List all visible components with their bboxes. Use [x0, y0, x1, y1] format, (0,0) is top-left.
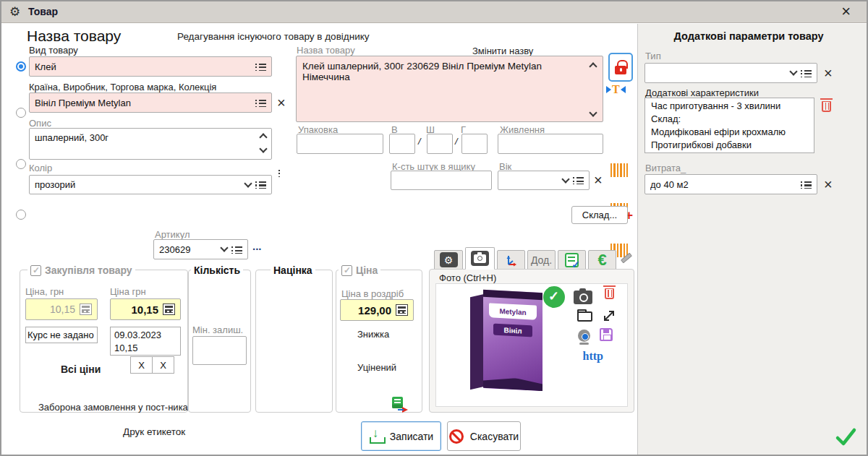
- characteristics-delete-icon[interactable]: [822, 101, 831, 112]
- chevron-down-icon[interactable]: [220, 244, 228, 251]
- discount-label: Знижка: [357, 329, 389, 340]
- brand-field[interactable]: Вініл Преміум Metylan: [29, 93, 272, 113]
- quantity-group-caption: Кількість: [191, 264, 243, 276]
- consumption-field[interactable]: до 40 м2: [644, 174, 817, 194]
- window-title: Товар: [28, 6, 58, 17]
- title-bar: ⚙ Товар ×: [1, 1, 867, 23]
- sku-more-button[interactable]: ...: [252, 240, 262, 252]
- photo-save-icon[interactable]: [600, 328, 613, 341]
- tab-euro[interactable]: €: [588, 250, 616, 270]
- chevron-down-icon[interactable]: [244, 179, 252, 187]
- type-label: Тип: [645, 51, 661, 61]
- warehouse-button[interactable]: Склад...: [571, 206, 628, 224]
- barcode-icon[interactable]: [610, 163, 628, 177]
- photo-http-link[interactable]: http: [583, 350, 603, 363]
- list-picker-icon[interactable]: [801, 69, 812, 77]
- spin-down-icon[interactable]: [259, 145, 267, 152]
- characteristics-box[interactable]: Час приготування - 3 хвилини Склад: Моди…: [644, 98, 814, 153]
- brand-clear-icon[interactable]: ×: [277, 95, 286, 110]
- description-field[interactable]: шпалерний, 300г: [29, 128, 272, 160]
- extra-panel-title: Додаткові параметри товару: [638, 30, 859, 42]
- list-picker-icon[interactable]: [573, 176, 584, 184]
- min-stock-field[interactable]: [192, 336, 247, 365]
- photo-delete-icon[interactable]: [605, 288, 614, 299]
- type-clear-icon[interactable]: ×: [824, 66, 833, 80]
- tab-checklist[interactable]: [558, 250, 586, 270]
- power-field[interactable]: [498, 134, 603, 154]
- height-field[interactable]: [389, 134, 415, 154]
- arrow-left-icon: [621, 86, 626, 93]
- color-field[interactable]: прозорий: [29, 175, 272, 194]
- clear-box-2[interactable]: X: [152, 356, 174, 374]
- retail-price-label: Ціна в роздріб: [341, 288, 404, 299]
- depth-field[interactable]: [461, 134, 488, 154]
- retail-price-field[interactable]: 129,00: [340, 299, 414, 321]
- document-check-icon: [565, 253, 579, 267]
- scroll-up-icon[interactable]: [589, 62, 597, 70]
- width-field[interactable]: [427, 134, 453, 154]
- brand-radio[interactable]: [16, 108, 26, 118]
- clear-box-1[interactable]: X: [130, 356, 153, 374]
- photo-group: Фото (Ctrl+H) Metylan Вініл: [429, 269, 634, 413]
- chevron-down-icon[interactable]: [561, 175, 569, 183]
- list-picker-icon[interactable]: [255, 99, 266, 107]
- photo-expand-icon[interactable]: [602, 309, 616, 323]
- min-stock-label: Мін. залиш.: [192, 324, 243, 335]
- forbid-order-label: Заборона замовлення у пост-ника: [38, 402, 188, 413]
- price-list-icon[interactable]: [391, 397, 408, 414]
- photo-folder-icon[interactable]: [577, 311, 592, 322]
- consumption-clear-icon[interactable]: ×: [824, 177, 833, 192]
- product-type-radio[interactable]: [16, 61, 26, 72]
- dim-separator: /: [455, 136, 458, 147]
- tab-dimensions[interactable]: [497, 250, 525, 270]
- packaging-field[interactable]: [297, 134, 383, 154]
- name-textarea[interactable]: Клей шпалерний, 300г 230629 Вініл Преміу…: [296, 56, 603, 122]
- chevron-down-icon[interactable]: [789, 67, 797, 75]
- product-type-field[interactable]: Клей: [29, 56, 272, 77]
- calculator-icon[interactable]: [163, 304, 175, 315]
- sku-select[interactable]: 230629: [153, 239, 248, 259]
- list-picker-icon[interactable]: [255, 181, 266, 189]
- brand-label: Країна, Виробник, Торгова марка, Колекці…: [29, 82, 216, 93]
- per-box-field[interactable]: [391, 171, 492, 190]
- age-select[interactable]: [498, 171, 590, 190]
- purchase-date: 09.03.2023: [114, 329, 176, 342]
- spin-up-icon[interactable]: [259, 133, 267, 141]
- price2-field[interactable]: 10,15: [110, 298, 181, 320]
- photo-webcam-icon[interactable]: [578, 330, 590, 342]
- photo-canvas: Metylan Вініл http: [435, 283, 628, 407]
- list-picker-icon[interactable]: [801, 181, 812, 189]
- lock-button[interactable]: [608, 53, 633, 82]
- retail-checkbox[interactable]: [341, 265, 352, 276]
- purchase-checkbox[interactable]: [30, 265, 41, 276]
- description-spinner[interactable]: [260, 134, 266, 152]
- calculator-icon[interactable]: [396, 304, 408, 316]
- name-label: Назва товару: [297, 45, 355, 56]
- color-radio[interactable]: [16, 210, 26, 220]
- save-button[interactable]: Записати: [361, 421, 441, 451]
- text-fit-button[interactable]: T: [606, 84, 626, 95]
- confirm-check-icon[interactable]: [833, 425, 858, 448]
- all-prices-label: Всі ціни: [61, 363, 101, 375]
- photo-accept-icon[interactable]: [543, 286, 565, 308]
- list-picker-icon[interactable]: [231, 246, 242, 254]
- price-uah-label: Ціна, грн: [25, 286, 64, 297]
- price-uah-field[interactable]: 10,15: [25, 298, 98, 320]
- tab-additional[interactable]: Дод.: [527, 250, 556, 270]
- arrow-right-icon: [606, 86, 611, 93]
- close-icon[interactable]: ×: [841, 2, 851, 21]
- consumption-label: Витрата_: [645, 163, 686, 173]
- tab-photo[interactable]: [465, 247, 495, 270]
- photo-camera-icon[interactable]: [574, 291, 592, 304]
- list-picker-icon[interactable]: [255, 63, 266, 71]
- age-clear-icon[interactable]: ×: [594, 173, 603, 187]
- scroll-down-icon[interactable]: [589, 108, 597, 116]
- description-radio[interactable]: [16, 159, 26, 169]
- cancel-button[interactable]: Скасувати: [447, 421, 521, 451]
- tab-settings[interactable]: ⚙: [434, 250, 463, 270]
- lock-icon: [615, 66, 626, 74]
- purchase-date-price: 10,15: [114, 342, 176, 355]
- product-type-label: Вид товару: [29, 45, 78, 56]
- gear-icon: ⚙: [9, 4, 20, 20]
- type-select[interactable]: [644, 63, 817, 83]
